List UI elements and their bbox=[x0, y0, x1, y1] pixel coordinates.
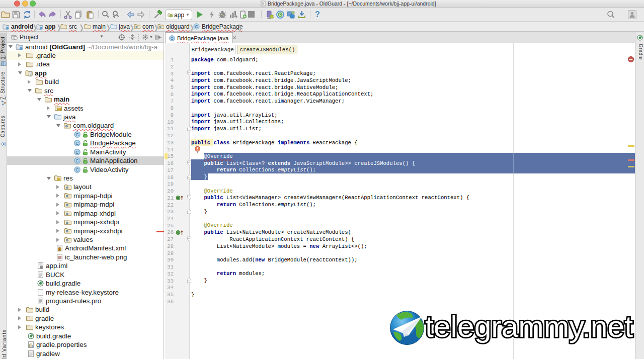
svg-text:C: C bbox=[75, 158, 78, 163]
svg-text:C: C bbox=[75, 167, 78, 172]
svg-text:C: C bbox=[75, 132, 78, 137]
svg-text:C: C bbox=[171, 36, 174, 41]
svg-text:C: C bbox=[75, 141, 78, 146]
svg-text:telegrammy.net: telegrammy.net bbox=[425, 310, 633, 343]
svg-text:C: C bbox=[195, 24, 198, 29]
svg-text:C: C bbox=[75, 149, 78, 154]
